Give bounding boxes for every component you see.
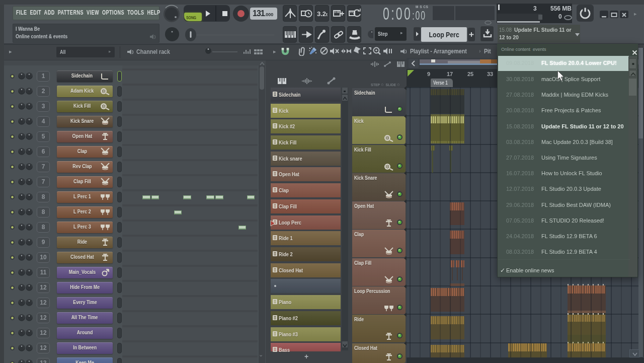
svg-text:3.2t: 3.2t	[317, 10, 328, 18]
